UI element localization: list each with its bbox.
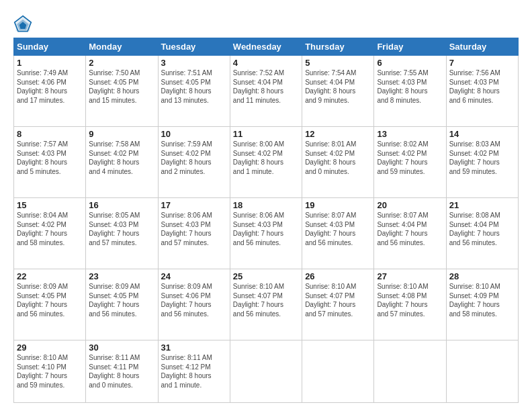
day-info: Sunrise: 8:01 AMSunset: 4:02 PMDaylight:…: [305, 140, 371, 176]
calendar-cell: 4Sunrise: 7:52 AMSunset: 4:04 PMDaylight…: [230, 56, 302, 127]
day-info: Sunrise: 8:06 AMSunset: 4:03 PMDaylight:…: [233, 211, 299, 247]
day-number: 24: [161, 271, 227, 281]
day-info: Sunrise: 8:02 AMSunset: 4:02 PMDaylight:…: [377, 140, 443, 176]
day-info: Sunrise: 8:09 AMSunset: 4:06 PMDaylight:…: [161, 282, 227, 318]
day-number: 3: [161, 58, 227, 68]
day-number: 15: [17, 200, 83, 210]
day-number: 12: [305, 129, 371, 139]
day-number: 22: [17, 271, 83, 281]
week-row-1: 1Sunrise: 7:49 AMSunset: 4:06 PMDaylight…: [14, 56, 519, 127]
logo: [13, 15, 34, 34]
day-info: Sunrise: 8:11 AMSunset: 4:12 PMDaylight:…: [161, 353, 227, 390]
day-number: 8: [17, 129, 83, 139]
day-number: 27: [377, 271, 443, 281]
calendar-cell: 24Sunrise: 8:09 AMSunset: 4:06 PMDayligh…: [158, 269, 230, 340]
weekday-header-sunday: Sunday: [14, 38, 86, 56]
calendar-cell: 6Sunrise: 7:55 AMSunset: 4:03 PMDaylight…: [374, 56, 446, 127]
week-row-4: 22Sunrise: 8:09 AMSunset: 4:05 PMDayligh…: [14, 269, 519, 340]
calendar-cell: 30Sunrise: 8:11 AMSunset: 4:11 PMDayligh…: [86, 340, 158, 403]
day-number: 20: [377, 200, 443, 210]
weekday-header-tuesday: Tuesday: [158, 38, 230, 56]
day-number: 17: [161, 200, 227, 210]
calendar-cell: 13Sunrise: 8:02 AMSunset: 4:02 PMDayligh…: [374, 127, 446, 198]
day-info: Sunrise: 8:09 AMSunset: 4:05 PMDaylight:…: [17, 282, 83, 318]
day-info: Sunrise: 8:10 AMSunset: 4:07 PMDaylight:…: [305, 282, 371, 318]
day-info: Sunrise: 8:11 AMSunset: 4:11 PMDaylight:…: [89, 353, 154, 390]
day-info: Sunrise: 7:51 AMSunset: 4:05 PMDaylight:…: [161, 68, 227, 105]
day-info: Sunrise: 7:54 AMSunset: 4:04 PMDaylight:…: [305, 68, 371, 105]
calendar-cell: 16Sunrise: 8:05 AMSunset: 4:03 PMDayligh…: [86, 198, 158, 269]
day-info: Sunrise: 7:59 AMSunset: 4:02 PMDaylight:…: [161, 140, 227, 176]
day-number: 14: [449, 129, 515, 139]
calendar-cell: 25Sunrise: 8:10 AMSunset: 4:07 PMDayligh…: [230, 269, 302, 340]
calendar-page: SundayMondayTuesdayWednesdayThursdayFrid…: [0, 0, 532, 411]
day-number: 10: [161, 129, 227, 139]
calendar-cell: [446, 340, 518, 403]
calendar-cell: 23Sunrise: 8:09 AMSunset: 4:05 PMDayligh…: [86, 269, 158, 340]
calendar-table: SundayMondayTuesdayWednesdayThursdayFrid…: [13, 38, 519, 403]
day-number: 6: [377, 58, 443, 68]
day-number: 9: [89, 129, 154, 139]
calendar-cell: 17Sunrise: 8:06 AMSunset: 4:03 PMDayligh…: [158, 198, 230, 269]
calendar-cell: 29Sunrise: 8:10 AMSunset: 4:10 PMDayligh…: [14, 340, 86, 403]
calendar-cell: 2Sunrise: 7:50 AMSunset: 4:05 PMDaylight…: [86, 56, 158, 127]
day-info: Sunrise: 8:07 AMSunset: 4:04 PMDaylight:…: [377, 211, 443, 247]
calendar-cell: 22Sunrise: 8:09 AMSunset: 4:05 PMDayligh…: [14, 269, 86, 340]
calendar-cell: [302, 340, 374, 403]
calendar-cell: 21Sunrise: 8:08 AMSunset: 4:04 PMDayligh…: [446, 198, 518, 269]
day-info: Sunrise: 8:09 AMSunset: 4:05 PMDaylight:…: [89, 282, 154, 318]
week-row-5: 29Sunrise: 8:10 AMSunset: 4:10 PMDayligh…: [14, 340, 519, 403]
day-number: 18: [233, 200, 299, 210]
day-number: 16: [89, 200, 154, 210]
calendar-cell: 3Sunrise: 7:51 AMSunset: 4:05 PMDaylight…: [158, 56, 230, 127]
day-info: Sunrise: 7:58 AMSunset: 4:02 PMDaylight:…: [89, 140, 154, 176]
weekday-header-thursday: Thursday: [302, 38, 374, 56]
calendar-cell: 31Sunrise: 8:11 AMSunset: 4:12 PMDayligh…: [158, 340, 230, 403]
calendar-cell: 27Sunrise: 8:10 AMSunset: 4:08 PMDayligh…: [374, 269, 446, 340]
day-info: Sunrise: 7:55 AMSunset: 4:03 PMDaylight:…: [377, 68, 443, 105]
day-info: Sunrise: 7:52 AMSunset: 4:04 PMDaylight:…: [233, 68, 299, 105]
day-number: 1: [17, 58, 83, 68]
day-info: Sunrise: 8:08 AMSunset: 4:04 PMDaylight:…: [449, 211, 515, 247]
calendar-cell: 15Sunrise: 8:04 AMSunset: 4:02 PMDayligh…: [14, 198, 86, 269]
day-number: 26: [305, 271, 371, 281]
day-info: Sunrise: 8:04 AMSunset: 4:02 PMDaylight:…: [17, 211, 83, 247]
calendar-cell: 20Sunrise: 8:07 AMSunset: 4:04 PMDayligh…: [374, 198, 446, 269]
calendar-cell: 26Sunrise: 8:10 AMSunset: 4:07 PMDayligh…: [302, 269, 374, 340]
calendar-cell: 8Sunrise: 7:57 AMSunset: 4:03 PMDaylight…: [14, 127, 86, 198]
day-info: Sunrise: 8:06 AMSunset: 4:03 PMDaylight:…: [161, 211, 227, 247]
day-info: Sunrise: 7:57 AMSunset: 4:03 PMDaylight:…: [17, 140, 83, 176]
day-number: 29: [17, 342, 83, 353]
day-number: 28: [449, 271, 515, 281]
day-number: 25: [233, 271, 299, 281]
day-number: 5: [305, 58, 371, 68]
page-header: [13, 12, 519, 34]
day-number: 30: [89, 342, 154, 353]
day-info: Sunrise: 8:03 AMSunset: 4:02 PMDaylight:…: [449, 140, 515, 176]
day-info: Sunrise: 8:10 AMSunset: 4:07 PMDaylight:…: [233, 282, 299, 318]
calendar-cell: 11Sunrise: 8:00 AMSunset: 4:02 PMDayligh…: [230, 127, 302, 198]
day-number: 21: [449, 200, 515, 210]
weekday-header-friday: Friday: [374, 38, 446, 56]
calendar-cell: 28Sunrise: 8:10 AMSunset: 4:09 PMDayligh…: [446, 269, 518, 340]
calendar-cell: 19Sunrise: 8:07 AMSunset: 4:03 PMDayligh…: [302, 198, 374, 269]
weekday-header-wednesday: Wednesday: [230, 38, 302, 56]
day-info: Sunrise: 8:10 AMSunset: 4:09 PMDaylight:…: [449, 282, 515, 318]
calendar-cell: 18Sunrise: 8:06 AMSunset: 4:03 PMDayligh…: [230, 198, 302, 269]
calendar-cell: 1Sunrise: 7:49 AMSunset: 4:06 PMDaylight…: [14, 56, 86, 127]
calendar-cell: 7Sunrise: 7:56 AMSunset: 4:03 PMDaylight…: [446, 56, 518, 127]
weekday-header-saturday: Saturday: [446, 38, 518, 56]
calendar-cell: 5Sunrise: 7:54 AMSunset: 4:04 PMDaylight…: [302, 56, 374, 127]
day-info: Sunrise: 7:49 AMSunset: 4:06 PMDaylight:…: [17, 68, 83, 105]
weekday-header-row: SundayMondayTuesdayWednesdayThursdayFrid…: [14, 38, 519, 56]
day-number: 23: [89, 271, 154, 281]
calendar-cell: [230, 340, 302, 403]
day-info: Sunrise: 7:50 AMSunset: 4:05 PMDaylight:…: [89, 68, 154, 105]
calendar-cell: 10Sunrise: 7:59 AMSunset: 4:02 PMDayligh…: [158, 127, 230, 198]
day-info: Sunrise: 7:56 AMSunset: 4:03 PMDaylight:…: [449, 68, 515, 105]
calendar-cell: [374, 340, 446, 403]
day-info: Sunrise: 8:05 AMSunset: 4:03 PMDaylight:…: [89, 211, 154, 247]
calendar-cell: 12Sunrise: 8:01 AMSunset: 4:02 PMDayligh…: [302, 127, 374, 198]
day-number: 13: [377, 129, 443, 139]
weekday-header-monday: Monday: [86, 38, 158, 56]
